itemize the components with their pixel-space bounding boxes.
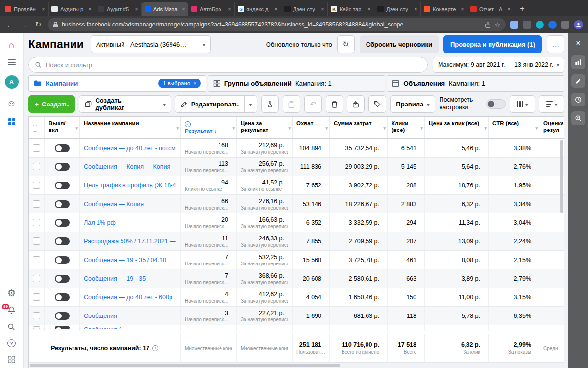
forward-button[interactable]: → <box>19 21 29 29</box>
tab-ads[interactable]: Объявления Кампания: 1 <box>387 75 564 92</box>
widgets-icon[interactable] <box>8 356 15 363</box>
search-rail-icon[interactable] <box>7 323 15 331</box>
bookmark-star-icon[interactable]: ☆ <box>494 21 500 28</box>
address-bar[interactable]: business.facebook.com/adsmanager/manage/… <box>48 18 506 31</box>
campaign-name-link[interactable]: Сообщения <box>84 313 176 319</box>
tab-close-icon[interactable]: × <box>228 6 231 13</box>
history-clock-button[interactable] <box>571 93 585 106</box>
horizontal-scrollbar-thumb[interactable] <box>30 364 340 367</box>
settings-gear-icon[interactable]: ⚙ <box>7 289 16 298</box>
campaign-name-link[interactable]: Сообщения — Копия — Копия <box>84 163 176 170</box>
campaign-name-link[interactable]: Сообщения — 19 - 35 <box>84 275 176 282</box>
campaign-toggle[interactable] <box>55 200 70 208</box>
column-header-cpc[interactable]: Цена за клик (все) <box>425 117 489 138</box>
vertical-scrollbar[interactable] <box>560 140 564 213</box>
campaign-name-link[interactable]: Сообщения — до 40 лет - потом … <box>84 145 176 152</box>
select-all-checkbox[interactable] <box>33 125 37 132</box>
campaign-toggle-cell[interactable] <box>45 158 80 176</box>
row-checkbox-cell[interactable] <box>29 213 45 232</box>
tab-campaigns[interactable]: Кампании 1 выбрано × <box>28 75 206 92</box>
row-checkbox[interactable] <box>33 326 40 329</box>
campaign-toggle-cell[interactable] <box>45 288 80 306</box>
row-checkbox-cell[interactable] <box>29 195 45 213</box>
campaign-toggle-cell[interactable] <box>45 195 80 213</box>
campaign-toggle[interactable] <box>55 163 70 171</box>
column-header-spend[interactable]: Сумма затрат <box>330 117 388 138</box>
campaign-toggle[interactable] <box>55 256 70 264</box>
campaign-toggle-cell[interactable] <box>45 176 80 194</box>
home-icon[interactable]: ⌂ <box>8 40 14 50</box>
tab-close-icon[interactable]: × <box>507 6 511 13</box>
clear-selection-icon[interactable]: × <box>193 80 196 86</box>
row-checkbox[interactable] <box>33 182 40 189</box>
account-avatar[interactable]: A <box>5 75 19 89</box>
edit-button[interactable]: Редактировать <box>175 96 244 112</box>
column-header-name[interactable]: Название кампании <box>80 117 181 138</box>
selection-badge[interactable]: 1 выбрано × <box>158 79 201 88</box>
browser-tab[interactable]: Дзен-сту × <box>374 2 421 16</box>
campaign-toggle[interactable] <box>55 293 70 301</box>
campaign-toggle[interactable] <box>55 326 70 329</box>
browser-tab[interactable]: K Кейс тар × <box>328 2 374 16</box>
column-header-toggle[interactable]: Выкл/вкл <box>45 117 80 138</box>
campaign-name-link[interactable]: Лал 1% рф <box>84 219 176 226</box>
row-checkbox-cell[interactable] <box>29 307 45 325</box>
column-header-clicks[interactable]: Клики (все) <box>388 117 425 138</box>
column-header-ctr[interactable]: CTR (все) <box>489 117 539 138</box>
campaign-toggle-cell[interactable] <box>45 269 80 288</box>
row-checkbox[interactable] <box>33 200 40 208</box>
row-checkbox[interactable] <box>33 219 40 226</box>
tab-close-icon[interactable]: × <box>321 6 324 13</box>
pages-smiley-icon[interactable]: ☺ <box>7 99 16 108</box>
ab-test-button[interactable] <box>261 95 279 113</box>
close-icon[interactable]: × <box>576 39 580 48</box>
tab-close-icon[interactable]: × <box>414 6 417 13</box>
tab-adsets[interactable]: Группы объявлений Кампания: 1 <box>208 75 386 92</box>
browser-tab[interactable]: Отчет - А × <box>467 2 514 16</box>
tab-close-icon[interactable]: × <box>135 6 138 13</box>
tag-button[interactable] <box>368 95 386 113</box>
browser-profile-avatar[interactable] <box>574 20 583 29</box>
create-button[interactable]: + Создать <box>28 95 75 113</box>
clipboard-button[interactable] <box>283 95 300 113</box>
horizontal-scrollbar[interactable] <box>29 362 564 368</box>
extension-icon[interactable] <box>548 21 557 29</box>
browser-tab[interactable]: Ads Mana × <box>142 2 188 16</box>
campaign-name-link[interactable]: Сообщения — 19 - 35 / 04.10 <box>84 257 176 263</box>
campaign-name-link[interactable]: Сообщения — Копия <box>84 201 176 208</box>
new-tab-button[interactable]: + <box>516 2 529 15</box>
delete-button[interactable] <box>326 95 343 113</box>
zoom-button[interactable] <box>571 111 585 125</box>
tab-close-icon[interactable]: × <box>368 6 371 13</box>
row-checkbox[interactable] <box>33 312 40 319</box>
row-checkbox-cell[interactable] <box>29 176 45 194</box>
browser-tab[interactable]: Продлён × <box>2 2 49 16</box>
menu-icon[interactable] <box>8 59 16 65</box>
duplicate-button[interactable]: Создать дубликат <box>79 96 157 112</box>
row-checkbox-cell[interactable] <box>29 251 45 269</box>
campaign-toggle-cell[interactable] <box>45 213 80 232</box>
duplicate-menu-button[interactable] <box>158 96 171 112</box>
campaign-name-link[interactable]: Цель трафик в профиль (Ж 18-44) <box>84 182 176 189</box>
tab-close-icon[interactable]: × <box>88 6 92 13</box>
tab-close-icon[interactable]: × <box>274 6 278 13</box>
row-checkbox-cell[interactable] <box>29 288 45 306</box>
edit-menu-button[interactable] <box>244 96 257 112</box>
row-checkbox[interactable] <box>33 237 40 245</box>
column-header-reach[interactable]: Охват <box>293 117 330 138</box>
row-checkbox-cell[interactable] <box>29 139 45 157</box>
column-header-quality[interactable]: Оценка резул <box>539 117 571 138</box>
campaign-toggle[interactable] <box>55 275 70 283</box>
tab-close-icon[interactable]: × <box>461 6 464 13</box>
notifications-bell-icon[interactable]: 99 <box>7 306 16 315</box>
breakdown-button[interactable] <box>539 95 564 113</box>
extension-icon[interactable] <box>510 21 518 29</box>
account-selector-dropdown[interactable]: Активный - Aesthasia (36946… <box>91 35 211 53</box>
edit-panel-button[interactable] <box>571 74 585 88</box>
campaign-toggle[interactable] <box>55 144 70 152</box>
campaign-toggle[interactable] <box>55 182 70 189</box>
browser-tab[interactable]: АвтоБро × <box>188 2 235 16</box>
browser-tab[interactable]: Конверте × <box>421 2 467 16</box>
extensions-puzzle-icon[interactable] <box>561 21 569 29</box>
more-options-button[interactable]: … <box>547 35 564 53</box>
